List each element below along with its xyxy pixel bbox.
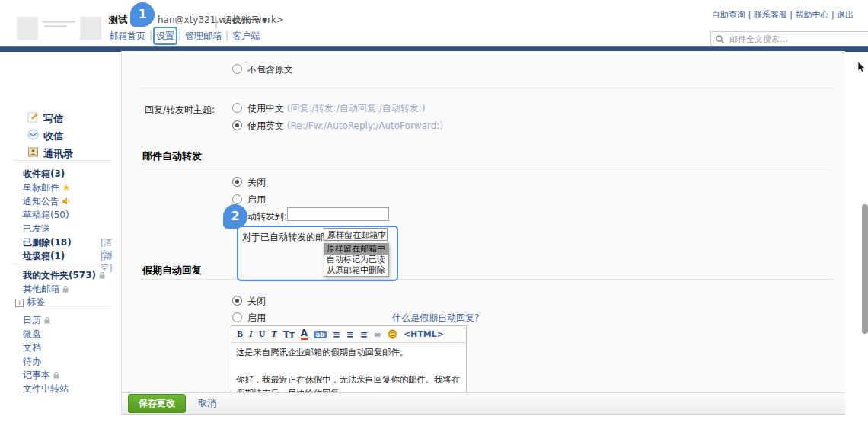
- sidebar-item-notebook[interactable]: 记事本: [23, 369, 59, 382]
- radio-icon[interactable]: [232, 312, 242, 322]
- radio-icon[interactable]: [232, 194, 242, 204]
- indent-icon[interactable]: ≡: [360, 329, 368, 340]
- nav-mail-home[interactable]: 邮箱首页: [109, 30, 145, 41]
- autoforward-section-title: 邮件自动转发: [142, 149, 202, 163]
- sidebar-divider-2: [14, 264, 111, 264]
- sidebar-divider-1: [14, 160, 111, 161]
- lock-icon: [62, 286, 69, 293]
- sidebar-contacts[interactable]: 通讯录: [43, 147, 73, 161]
- mouse-cursor-icon: [857, 62, 866, 72]
- sidebar-item-starred[interactable]: 星标邮件 ★: [23, 181, 71, 194]
- expand-icon[interactable]: +: [15, 299, 24, 307]
- header-nav: 邮箱首页|设置|管理邮箱|客户端: [109, 30, 260, 43]
- reply-text-line1: 这是来自腾讯企业邮箱的假期自动回复邮件。: [236, 345, 461, 359]
- sidebar-item-inbox[interactable]: 收件箱(3): [23, 168, 65, 181]
- vacation-section-title: 假期自动回复: [142, 264, 202, 277]
- radio-vacation-on[interactable]: 启用: [232, 312, 266, 325]
- annotation-box-2: [237, 226, 398, 281]
- chevron-down-icon: ▼: [263, 17, 267, 24]
- sidebar-item-docs[interactable]: 文档: [23, 341, 41, 354]
- sidebar-item-calendar[interactable]: 日历: [23, 314, 50, 327]
- sidebar-compose[interactable]: 写信: [43, 112, 63, 126]
- italic-icon[interactable]: I: [249, 328, 253, 340]
- account-name: 测试: [109, 14, 127, 27]
- bold-icon[interactable]: B: [237, 328, 243, 340]
- cancel-link[interactable]: 取消: [198, 397, 216, 410]
- font-size-icon[interactable]: Tт: [283, 329, 295, 340]
- vacation-reply-editor[interactable]: B I U T Tт A ab ≡ ≡ ≡ ∞ ☺ <HTML> 这是来自腾讯企…: [231, 325, 467, 393]
- radio-exclude-original[interactable]: 不包含原文: [232, 63, 293, 76]
- inbox-check-icon: [27, 129, 39, 143]
- sidebar-item-spam[interactable]: 垃圾箱(1): [23, 250, 65, 263]
- star-icon: ★: [62, 182, 71, 193]
- radio-icon[interactable]: [232, 103, 242, 113]
- annotation-badge-2: 2: [223, 204, 247, 229]
- radio-icon[interactable]: [232, 64, 242, 74]
- html-mode-icon[interactable]: <HTML>: [404, 329, 444, 339]
- radio-vacation-off[interactable]: 关闭: [232, 295, 266, 308]
- compose-icon: [27, 111, 39, 126]
- brand-logo: [17, 17, 38, 40]
- emoji-icon[interactable]: ☺: [388, 329, 397, 339]
- autoforward-divider: [139, 165, 834, 165]
- lock-icon: [53, 372, 59, 379]
- sidebar-item-drafts[interactable]: 草稿箱(50): [23, 209, 69, 222]
- nav-settings[interactable]: 设置: [156, 30, 174, 41]
- radio-autoforward-off[interactable]: 关闭: [232, 176, 266, 189]
- sidebar-receive[interactable]: 收信: [43, 130, 63, 143]
- vacation-help-link[interactable]: 什么是假期自动回复?: [392, 312, 479, 325]
- contacts-icon: [27, 146, 39, 161]
- sidebar-divider-3: [14, 309, 111, 309]
- section-divider-top: [139, 88, 834, 88]
- radio-icon-selected[interactable]: [232, 120, 242, 130]
- switch-account-link[interactable]: 切换账号 ▼: [223, 14, 267, 27]
- brand-text-redacted: [42, 21, 75, 23]
- subject-row-label: 回复/转发时主题:: [128, 104, 215, 117]
- radio-icon-selected[interactable]: [232, 296, 242, 306]
- font-color-icon[interactable]: A: [301, 329, 308, 340]
- forward-to-input[interactable]: [287, 207, 389, 221]
- sidebar-item-todo[interactable]: 待办: [23, 355, 41, 368]
- nav-manage-mailbox[interactable]: 管理邮箱: [185, 30, 222, 41]
- exmail-settings-page: 测试 han@xty321.wecom.work> | 切换账号 ▼ 邮箱首页|…: [0, 0, 868, 426]
- sidebar-item-tags[interactable]: +标签: [15, 296, 45, 309]
- underline-icon[interactable]: U: [259, 328, 266, 340]
- font-family-icon[interactable]: T: [271, 328, 276, 340]
- search-input[interactable]: [728, 34, 853, 45]
- search-box[interactable]: [710, 31, 868, 46]
- brand-logo-2: [80, 17, 101, 40]
- account-separator: |: [210, 14, 222, 28]
- reply-text-line2: 你好，我最近正在休假中，无法亲自回复你的邮件。我将在假期结束后，尽快给你回复。: [236, 373, 461, 393]
- scrollbar-thumb[interactable]: [862, 204, 868, 334]
- sidebar-item-announcements[interactable]: 通知公告: [23, 195, 71, 208]
- sidebar-item-weidrive[interactable]: 微盘: [23, 328, 41, 341]
- quick-links[interactable]: 自助查询 | 联系客服 | 帮助中心 | 退出: [712, 9, 868, 21]
- sidebar-item-other-mailbox[interactable]: 其他邮箱: [23, 283, 69, 296]
- sidebar-item-sent[interactable]: 已发送: [23, 223, 50, 235]
- editor-body[interactable]: 这是来自腾讯企业邮箱的假期自动回复邮件。 你好，我最近正在休假中，无法亲自回复你…: [231, 343, 466, 393]
- radio-subject-english[interactable]: 使用英文 (Re:/Fw:/AutoReply:/AutoForward:): [232, 120, 443, 133]
- highlight-icon[interactable]: ab: [314, 331, 327, 338]
- lock-icon: [99, 272, 105, 279]
- subject-english-hint: (Re:/Fw:/AutoReply:/AutoForward:): [287, 120, 443, 131]
- align-icon[interactable]: ≡: [333, 329, 340, 340]
- sidebar: 写信 收信 通讯录 收件箱(3) 星标邮件 ★ 通知公告 草稿箱(50) 已发送…: [0, 51, 121, 414]
- editor-toolbar: B I U T Tт A ab ≡ ≡ ≡ ∞ ☺ <HTML>: [231, 326, 466, 343]
- lock-icon: [44, 317, 50, 324]
- speaker-icon: [62, 197, 71, 205]
- save-button[interactable]: 保存更改: [128, 394, 186, 413]
- annotation-badge-1: 1: [130, 2, 155, 27]
- radio-subject-chinese[interactable]: 使用中文 (回复:/转发:/自动回复:/自动转发:): [232, 102, 426, 115]
- sidebar-item-deleted[interactable]: 已删除(18): [23, 236, 72, 249]
- search-icon: [716, 35, 724, 43]
- insert-link-icon[interactable]: ∞: [374, 329, 381, 340]
- radio-icon-selected[interactable]: [232, 177, 242, 187]
- sidebar-item-my-folders[interactable]: 我的文件夹(573): [23, 269, 105, 282]
- nav-client[interactable]: 客户端: [232, 30, 260, 41]
- footer-bar: 保存更改 取消: [122, 392, 845, 415]
- ordered-list-icon[interactable]: ≡: [346, 329, 354, 340]
- subject-chinese-hint: (回复:/转发:/自动回复:/自动转发:): [287, 103, 426, 114]
- sidebar-item-file-transfer[interactable]: 文件中转站: [23, 383, 69, 396]
- brand-text-redacted-2: [44, 25, 67, 27]
